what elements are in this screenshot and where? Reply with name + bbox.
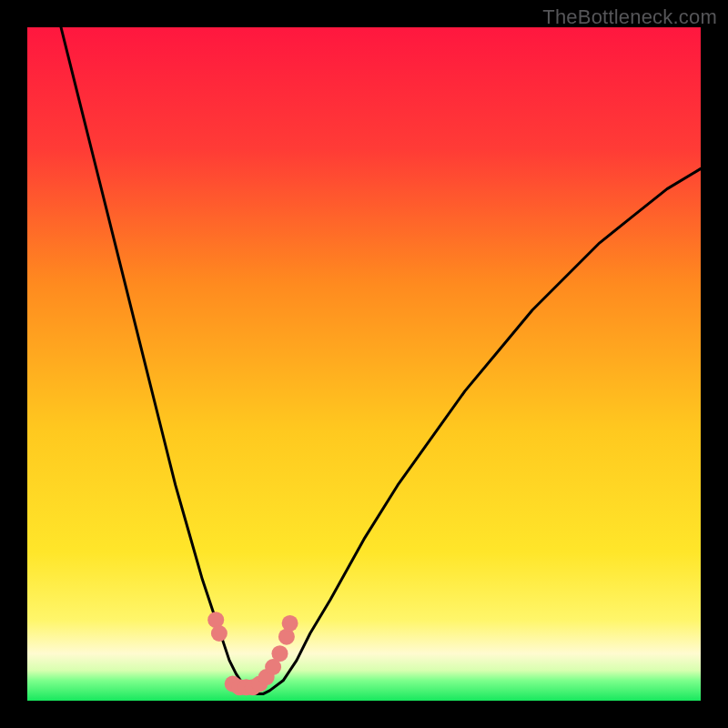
- data-marker: [211, 625, 228, 642]
- data-marker: [282, 615, 298, 632]
- bottleneck-chart: [27, 27, 701, 701]
- gradient-background: [27, 27, 701, 701]
- data-marker: [272, 645, 288, 662]
- watermark-text: TheBottleneck.com: [542, 5, 717, 29]
- chart-frame: TheBottleneck.com: [0, 0, 728, 728]
